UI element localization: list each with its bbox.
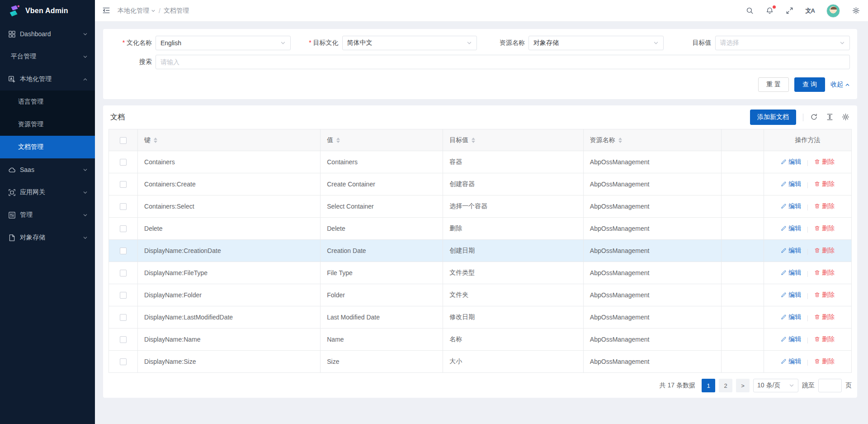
edit-button[interactable]: 编辑	[781, 224, 801, 233]
search-icon[interactable]	[746, 7, 754, 15]
row-checkbox[interactable]	[120, 292, 127, 299]
sidebar-menu-item[interactable]: 应用网关	[0, 181, 95, 204]
row-checkbox[interactable]	[120, 181, 127, 188]
edit-button[interactable]: 编辑	[781, 291, 801, 299]
page-size-select[interactable]: 10 条/页	[753, 379, 798, 392]
breadcrumb-parent[interactable]: 本地化管理	[118, 7, 156, 15]
search-input[interactable]	[156, 55, 850, 69]
avatar[interactable]	[826, 4, 840, 18]
bell-icon[interactable]	[766, 7, 774, 15]
cell-key: Delete	[138, 218, 321, 240]
next-page-button[interactable]: >	[736, 379, 750, 392]
edit-button[interactable]: 编辑	[781, 247, 801, 255]
settings-icon[interactable]	[842, 113, 850, 121]
edit-button[interactable]: 编辑	[781, 269, 801, 277]
sidebar-menu-item[interactable]: 平台管理	[0, 45, 95, 68]
edit-button[interactable]: 编辑	[781, 158, 801, 166]
sidebar-menu-item[interactable]: 对象存储	[0, 226, 95, 249]
refresh-icon[interactable]	[810, 113, 818, 121]
column-header[interactable]: 值	[321, 129, 443, 151]
sidebar-submenu-item[interactable]: 文档管理	[0, 136, 95, 158]
edit-button[interactable]: 编辑	[781, 180, 801, 188]
table-row[interactable]: DisplayName:Name Name 名称 AbpOssManagemen…	[109, 329, 852, 351]
page-button[interactable]: 1	[702, 379, 715, 392]
cell-key: DisplayName:Size	[138, 351, 321, 373]
row-checkbox[interactable]	[120, 358, 127, 365]
add-document-button[interactable]: 添加新文档	[750, 110, 796, 125]
delete-button[interactable]: 删除	[814, 180, 835, 188]
panel-title: 文档	[110, 113, 125, 122]
page-button[interactable]: 2	[719, 379, 732, 392]
table-row[interactable]: DisplayName:Size Size 大小 AbpOssManagemen…	[109, 351, 852, 373]
translate-icon[interactable]: 文A	[806, 7, 815, 15]
delete-button[interactable]: 删除	[814, 335, 835, 343]
sort-icon[interactable]	[472, 138, 475, 143]
settings-icon[interactable]	[852, 7, 860, 15]
fullscreen-icon[interactable]	[786, 7, 794, 15]
table-row[interactable]: DisplayName:FileType File Type 文件类型 AbpO…	[109, 262, 852, 284]
row-checkbox[interactable]	[120, 314, 127, 321]
chevron-down-icon	[151, 9, 156, 13]
table-row[interactable]: Delete Delete 删除 AbpOssManagement 编辑 删除	[109, 218, 852, 240]
breadcrumb-current: 文档管理	[164, 7, 189, 15]
sidebar-submenu-item[interactable]: 资源管理	[0, 113, 95, 136]
column-header[interactable]: 目标值	[443, 129, 584, 151]
delete-button[interactable]: 删除	[814, 313, 835, 321]
row-checkbox[interactable]	[120, 203, 127, 210]
table-row[interactable]: DisplayName:LastModifiedDate Last Modifi…	[109, 306, 852, 329]
sidebar-menu-item[interactable]: 管理	[0, 204, 95, 226]
delete-button[interactable]: 删除	[814, 357, 835, 366]
query-button[interactable]: 查 询	[794, 77, 825, 92]
pencil-icon	[781, 358, 787, 364]
delete-button[interactable]: 删除	[814, 224, 835, 233]
table-row[interactable]: DisplayName:Folder Folder 文件夹 AbpOssMana…	[109, 284, 852, 306]
cell-actions: 编辑 删除	[764, 329, 852, 351]
cell-value: Size	[321, 351, 443, 373]
cell-value: Create Container	[321, 173, 443, 195]
sort-icon[interactable]	[154, 138, 157, 143]
edit-button[interactable]: 编辑	[781, 313, 801, 321]
column-header[interactable]: 资源名称	[583, 129, 722, 151]
column-header[interactable]: 键	[138, 129, 321, 151]
delete-button[interactable]: 删除	[814, 158, 835, 166]
menu-fold-icon[interactable]	[102, 6, 111, 15]
select-all-checkbox[interactable]	[120, 137, 127, 144]
sort-icon[interactable]	[618, 138, 622, 143]
sidebar-menu-item[interactable]: Dashboard	[0, 23, 95, 45]
select-input[interactable]: 简体中文	[342, 36, 477, 50]
sort-icon[interactable]	[336, 138, 340, 143]
header-checkbox-cell	[109, 129, 138, 151]
edit-button[interactable]: 编辑	[781, 357, 801, 366]
cell-empty	[722, 306, 764, 329]
reset-button[interactable]: 重 置	[758, 77, 789, 92]
row-checkbox[interactable]	[120, 225, 127, 232]
chevron-icon	[83, 190, 88, 195]
table-row[interactable]: Containers:Select Select Container 选择一个容…	[109, 195, 852, 218]
page-size-value: 10 条/页	[757, 381, 780, 390]
row-checkbox[interactable]	[120, 159, 127, 166]
row-checkbox[interactable]	[120, 248, 127, 254]
jump-page-input[interactable]	[818, 379, 842, 392]
sidebar-menu-item[interactable]: Saas	[0, 158, 95, 181]
select-input[interactable]: English	[156, 36, 291, 50]
edit-button[interactable]: 编辑	[781, 335, 801, 343]
chevron-icon	[83, 167, 88, 172]
delete-button[interactable]: 删除	[814, 269, 835, 277]
edit-button[interactable]: 编辑	[781, 202, 801, 210]
delete-button[interactable]: 删除	[814, 291, 835, 299]
table-row[interactable]: Containers Containers 容器 AbpOssManagemen…	[109, 151, 852, 173]
row-height-icon[interactable]	[826, 113, 834, 121]
delete-button[interactable]: 删除	[814, 247, 835, 255]
sidebar-menu-item[interactable]: 本地化管理	[0, 68, 95, 91]
row-checkbox[interactable]	[120, 270, 127, 276]
collapse-link[interactable]: 收起	[830, 81, 850, 89]
select-input[interactable]: 请选择	[715, 36, 850, 50]
app-root: Vben Admin Dashboard 平台管理 本地化管理 语言管理 资源管…	[0, 0, 868, 424]
delete-button[interactable]: 删除	[814, 202, 835, 210]
table-row[interactable]: Containers:Create Create Container 创建容器 …	[109, 173, 852, 195]
sidebar-submenu-item[interactable]: 语言管理	[0, 91, 95, 113]
chevron-down-icon	[653, 40, 659, 46]
table-row[interactable]: DisplayName:CreationDate Creation Date 创…	[109, 240, 852, 262]
row-checkbox[interactable]	[120, 336, 127, 343]
select-input[interactable]: 对象存储	[528, 36, 664, 50]
